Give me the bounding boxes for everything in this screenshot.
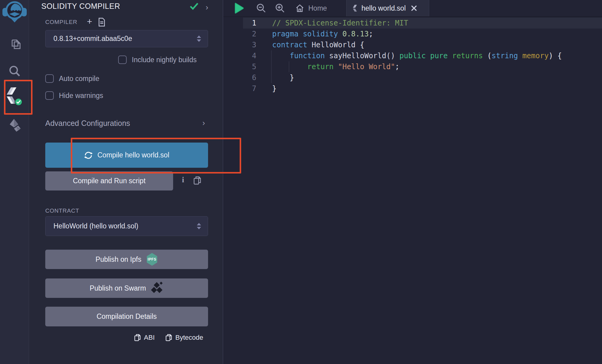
solidity-compiler-panel: SOLIDITY COMPILER › COMPILER + 0.8.13+co… [29, 0, 223, 364]
code-token [272, 62, 307, 71]
auto-compile-checkbox[interactable] [45, 74, 54, 83]
hide-warnings-checkbox-row[interactable]: Hide warnings [45, 91, 103, 100]
zoom-in-button[interactable] [275, 0, 285, 16]
add-compiler-icon[interactable]: + [87, 17, 92, 26]
copy-icon [134, 334, 141, 342]
bytecode-label: Bytecode [175, 334, 203, 342]
tab-file-label: hello world.sol [361, 4, 406, 12]
compile-button-label: Compile hello world.sol [97, 151, 169, 159]
code-token: contract [272, 41, 307, 49]
code-token [333, 62, 338, 71]
line-number: 2 [223, 29, 272, 39]
line-number: 7 [223, 83, 272, 94]
advanced-configurations-toggle[interactable]: Advanced Configurations › [45, 119, 208, 128]
search-icon[interactable] [0, 64, 29, 78]
code-editor: Home hello world.sol 1// SPDX-License-Id… [223, 0, 602, 364]
code-line: 2pragma solidity 0.8.13; [223, 29, 602, 39]
include-nightly-checkbox[interactable] [118, 56, 127, 64]
contract-section-label: CONTRACT [45, 207, 79, 214]
compile-button[interactable]: Compile hello world.sol [45, 143, 208, 168]
compiler-version-value: 0.8.13+commit.abaa5c0e [46, 35, 197, 43]
copy-bytecode-button[interactable]: Bytecode [166, 334, 203, 342]
code-token: } [272, 84, 276, 93]
code-token: ( [483, 52, 492, 60]
tab-home-label: Home [308, 4, 327, 12]
publish-ipfs-button[interactable]: Publish on Ipfs IPFS [45, 250, 208, 269]
panel-collapse-chevron-icon[interactable]: › [206, 3, 208, 12]
contract-select[interactable]: HelloWorld (hello world.sol) [45, 216, 208, 236]
code-token [338, 30, 342, 38]
copy-abi-button[interactable]: ABI [134, 334, 155, 342]
compile-and-run-button[interactable]: Compile and Run script [45, 171, 173, 190]
code-token: function [290, 52, 325, 60]
compilation-details-label: Compilation Details [97, 312, 157, 321]
run-script-play-button[interactable] [234, 0, 244, 16]
hide-warnings-label: Hide warnings [59, 92, 103, 100]
code-token [272, 52, 290, 60]
editor-tabbar: Home hello world.sol [223, 0, 602, 17]
auto-compile-checkbox-row[interactable]: Auto compile [45, 74, 99, 83]
deploy-run-icon[interactable] [0, 118, 29, 132]
abi-label: ABI [144, 334, 155, 342]
code-token: ) { [549, 52, 562, 60]
solidity-compiler-icon[interactable] [0, 87, 29, 107]
code-line: 6 } [223, 72, 602, 83]
tab-home[interactable]: Home [292, 0, 330, 16]
code-token: // SPDX-License-Identifier: MIT [272, 19, 408, 27]
code-token [325, 52, 329, 60]
tab-close-icon[interactable] [411, 5, 417, 11]
solidity-file-icon [352, 5, 357, 12]
abi-bytecode-row: ABI Bytecode [134, 334, 203, 342]
code-token [299, 30, 303, 38]
compiler-version-select[interactable]: 0.8.13+commit.abaa5c0e [45, 30, 208, 47]
line-content: } [272, 72, 602, 83]
swarm-icon [151, 283, 164, 294]
line-content: } [272, 83, 602, 94]
publish-swarm-label: Publish on Swarm [90, 284, 146, 292]
code-token: } [272, 73, 294, 82]
copy-icon[interactable] [193, 176, 201, 185]
code-token: string [492, 52, 518, 60]
line-content: // SPDX-License-Identifier: MIT [272, 18, 602, 29]
code-line: 3contract HelloWorld { [223, 39, 602, 50]
code-token: memory [522, 52, 549, 60]
file-explorer-icon[interactable] [0, 37, 29, 51]
line-number: 4 [223, 50, 272, 61]
remix-logo-icon[interactable] [2, 1, 27, 23]
advanced-configurations-label: Advanced Configurations [45, 119, 130, 127]
select-arrows-icon [197, 35, 201, 42]
hide-warnings-checkbox[interactable] [45, 91, 54, 100]
code-token [448, 52, 452, 60]
line-content: pragma solidity 0.8.13; [272, 29, 602, 39]
zoom-out-button[interactable] [256, 0, 266, 16]
info-icon[interactable]: i [182, 175, 184, 184]
auto-compile-label: Auto compile [59, 75, 99, 83]
line-number: 3 [223, 39, 272, 50]
code-token: ; [369, 30, 373, 38]
code-token: solidity [303, 30, 338, 38]
compile-run-button-label: Compile and Run script [73, 177, 145, 185]
code-token [426, 52, 430, 60]
code-token [395, 52, 399, 60]
line-number: 5 [223, 61, 272, 72]
include-nightly-checkbox-row[interactable]: Include nightly builds [118, 56, 197, 64]
code-token: public [399, 52, 426, 60]
compiler-doc-icon[interactable] [98, 18, 105, 27]
code-token: { [356, 41, 364, 49]
line-content: return "Hello World"; [272, 61, 602, 72]
indent-guide [271, 50, 272, 61]
code-token [518, 52, 522, 60]
indent-guide [271, 61, 272, 72]
line-content: contract HelloWorld { [272, 39, 602, 50]
compilation-details-button[interactable]: Compilation Details [45, 307, 208, 326]
code-token: ; [395, 62, 399, 71]
code-line: 4 function sayHelloWorld() public pure r… [223, 50, 602, 61]
publish-swarm-button[interactable]: Publish on Swarm [45, 278, 208, 298]
ipfs-icon: IPFS [146, 253, 158, 266]
panel-title: SOLIDITY COMPILER [41, 2, 120, 11]
advanced-chevron-icon: › [202, 118, 205, 128]
code-token: pragma [272, 30, 299, 38]
code-lines[interactable]: 1// SPDX-License-Identifier: MIT2pragma … [223, 18, 602, 94]
compile-success-check-icon [190, 2, 199, 10]
tab-hello-world-sol[interactable]: hello world.sol [346, 0, 429, 16]
